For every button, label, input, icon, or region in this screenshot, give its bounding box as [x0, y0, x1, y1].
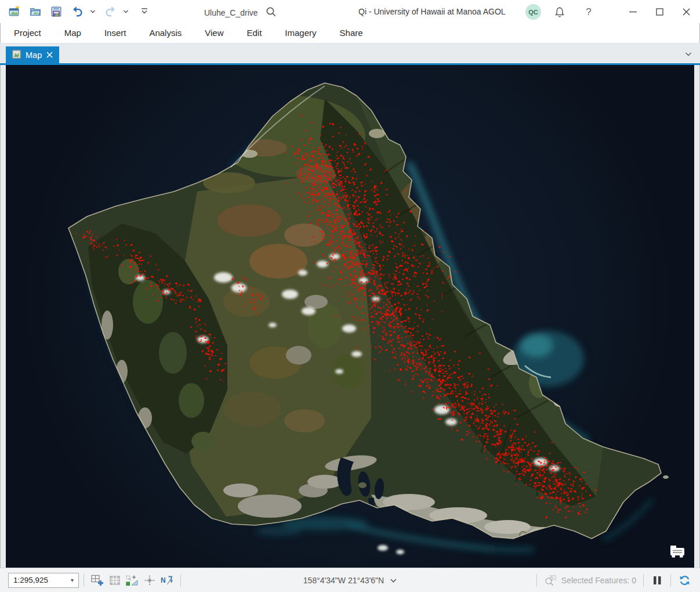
- map-view-tab[interactable]: Map: [6, 46, 59, 63]
- app-window: Uluhe_C_drive Qi - University of Hawaii …: [0, 0, 700, 592]
- selected-features-label: Selected Features: 0: [561, 576, 636, 585]
- ribbon-tabs: Project Map Insert Analysis View Edit Im…: [0, 23, 700, 43]
- oahu-satellite-basemap: [6, 65, 694, 568]
- refresh-icon[interactable]: [676, 572, 693, 589]
- map-container: [0, 65, 700, 568]
- tab-imagery[interactable]: Imagery: [273, 23, 328, 43]
- quick-access-toolbar: [7, 4, 150, 19]
- new-project-icon[interactable]: [7, 5, 22, 19]
- tab-analysis[interactable]: Analysis: [137, 23, 193, 43]
- minimize-icon[interactable]: [619, 0, 646, 23]
- dock-icon[interactable]: [670, 544, 685, 561]
- map-view[interactable]: [6, 65, 694, 568]
- pause-icon[interactable]: [648, 572, 666, 589]
- status-bar: 1:295,925 ▾: [0, 568, 700, 592]
- coordinates-value: 158°4'34"W 21°43'6"N: [303, 576, 384, 585]
- tab-edit[interactable]: Edit: [235, 23, 274, 43]
- snapping-icon[interactable]: [124, 572, 141, 589]
- tab-map[interactable]: Map: [53, 23, 93, 43]
- tab-list-chevron-icon[interactable]: [685, 49, 692, 59]
- add-view-icon[interactable]: [89, 572, 106, 589]
- account-badge[interactable]: QC: [525, 4, 541, 20]
- svg-text:N: N: [161, 576, 166, 584]
- save-project-icon[interactable]: [49, 5, 64, 19]
- window-controls: [619, 0, 699, 23]
- view-tab-strip: Map: [0, 43, 700, 65]
- customize-qat-icon[interactable]: [139, 7, 150, 16]
- undo-icon[interactable]: [70, 4, 85, 19]
- grid-icon[interactable]: [106, 572, 124, 589]
- north-arrow-icon[interactable]: N: [158, 572, 176, 589]
- status-right-group: Selected Features: 0: [532, 572, 700, 589]
- map-tab-label: Map: [26, 50, 42, 60]
- maximize-icon[interactable]: [646, 0, 673, 23]
- scale-caret-icon: ▾: [71, 577, 74, 583]
- select-zoom-icon: [542, 572, 559, 589]
- title-bar: Uluhe_C_drive Qi - University of Hawaii …: [0, 0, 700, 23]
- undo-dropdown-icon[interactable]: [89, 9, 97, 15]
- coords-chevron-icon[interactable]: [390, 576, 397, 585]
- redo-icon[interactable]: [103, 4, 118, 19]
- tab-view[interactable]: View: [193, 23, 235, 43]
- scale-select[interactable]: 1:295,925 ▾: [8, 573, 79, 588]
- project-search[interactable]: Uluhe_C_drive: [204, 6, 277, 20]
- app-title: Qi - University of Hawaii at Manoa AGOL: [358, 7, 506, 16]
- tab-insert[interactable]: Insert: [93, 23, 138, 43]
- coordinates-display[interactable]: 158°4'34"W 21°43'6"N: [303, 576, 397, 585]
- redo-dropdown-icon[interactable]: [122, 9, 130, 15]
- map-tab-icon: [12, 50, 21, 60]
- search-icon[interactable]: [265, 6, 277, 20]
- help-icon[interactable]: ?: [581, 5, 596, 19]
- notifications-icon[interactable]: [552, 5, 567, 19]
- close-icon[interactable]: [673, 0, 699, 23]
- tab-share[interactable]: Share: [328, 23, 375, 43]
- tab-close-icon[interactable]: [46, 52, 53, 58]
- project-name: Uluhe_C_drive: [204, 8, 258, 17]
- constraints-icon[interactable]: [141, 572, 158, 589]
- scale-value: 1:295,925: [13, 576, 48, 584]
- open-project-icon[interactable]: [28, 5, 43, 19]
- tab-project[interactable]: Project: [2, 23, 53, 43]
